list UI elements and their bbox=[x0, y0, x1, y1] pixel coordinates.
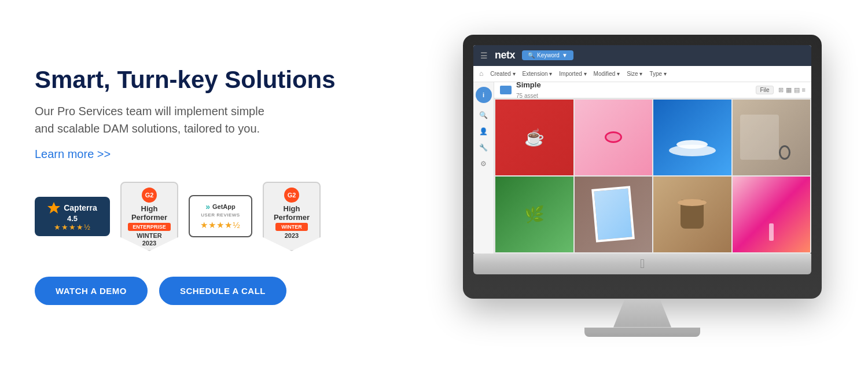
capterra-badge: Capterra 4.5 ★★★★½ bbox=[35, 197, 110, 236]
apple-logo-icon:  bbox=[640, 256, 645, 271]
search-keyword: Keyword bbox=[537, 52, 560, 58]
sidebar-settings-icon[interactable]: ⚙ bbox=[480, 160, 487, 168]
detail-view-icon[interactable]: ▤ bbox=[794, 86, 800, 94]
capterra-rating: 4.5 bbox=[67, 214, 78, 223]
grid-cell-4[interactable] bbox=[733, 100, 811, 175]
imac-base bbox=[584, 328, 700, 337]
folder-name: Simple bbox=[516, 82, 541, 90]
folder-icon bbox=[500, 86, 512, 94]
getapp-badge: » GetApp USER REVIEWS ★★★★½ bbox=[189, 195, 252, 237]
getapp-name: GetApp bbox=[212, 203, 236, 210]
g2-enterprise-label: Enterprise bbox=[128, 223, 171, 231]
folder-info: Simple 75 asset bbox=[516, 82, 541, 101]
netx-toolbar: Simple 75 asset File ⊞ ▦ bbox=[494, 82, 811, 98]
imac-chin:  bbox=[473, 254, 811, 274]
g2-winter-label: WINTER bbox=[275, 223, 308, 231]
search-icon: 🔍 bbox=[528, 52, 535, 58]
left-panel: Smart, Turn-key Solutions Our Pro Servic… bbox=[35, 66, 428, 304]
grid-cell-2[interactable] bbox=[575, 100, 653, 175]
filter-extension[interactable]: Extension ▾ bbox=[523, 71, 553, 77]
capterra-stars: ★★★★½ bbox=[54, 223, 91, 232]
sidebar-person-icon[interactable]: 👤 bbox=[479, 127, 488, 135]
badges-row: Capterra 4.5 ★★★★½ G2 High Performer Ent… bbox=[35, 182, 428, 251]
grid-cell-6[interactable] bbox=[575, 177, 653, 252]
subtext-line2: and scalable DAM solutions, tailored to … bbox=[35, 122, 260, 135]
filter-type[interactable]: Type ▾ bbox=[649, 71, 666, 77]
cta-row: WATCH A DEMO SCHEDULE A CALL bbox=[35, 277, 428, 305]
hamburger-icon[interactable]: ☰ bbox=[480, 51, 488, 60]
menu-view-icon[interactable]: ≡ bbox=[802, 86, 806, 94]
g2-enterprise-shield: G2 High Performer Enterprise WINTER 2023 bbox=[120, 182, 178, 251]
sidebar-search-icon[interactable]: 🔍 bbox=[479, 111, 488, 119]
subtext: Our Pro Services team will implement sim… bbox=[35, 102, 428, 137]
grid-view-icon[interactable]: ⊞ bbox=[778, 86, 784, 94]
filter-imported[interactable]: Imported ▾ bbox=[559, 71, 586, 77]
g2-performer-enterprise: Performer bbox=[131, 213, 167, 222]
netx-ui: ☰ netx 🔍 Keyword ▼ ⌂ Created ▾ bbox=[473, 45, 811, 254]
capterra-icon bbox=[47, 201, 60, 214]
grid-cell-7[interactable] bbox=[653, 177, 731, 252]
g2-enterprise-badge: G2 High Performer Enterprise WINTER 2023 bbox=[120, 182, 178, 251]
g2-highperformer-shield: G2 High Performer WINTER 2023 bbox=[263, 182, 321, 251]
getapp-user-reviews: USER REVIEWS bbox=[201, 212, 240, 218]
filter-size[interactable]: Size ▾ bbox=[627, 71, 642, 77]
search-dropdown-icon: ▼ bbox=[562, 52, 568, 58]
svg-marker-0 bbox=[47, 202, 60, 214]
capterra-name: Capterra bbox=[64, 203, 97, 212]
page-headline: Smart, Turn-key Solutions bbox=[35, 66, 428, 94]
g2-logo-regular: G2 bbox=[284, 188, 299, 203]
grid-cell-1[interactable]: ☕ bbox=[495, 100, 573, 175]
g2-performer-regular: Performer bbox=[274, 213, 310, 222]
imac-screen-outer: ☰ netx 🔍 Keyword ▼ ⌂ Created ▾ bbox=[463, 35, 822, 299]
sidebar-tool-icon[interactable]: 🔧 bbox=[479, 144, 488, 152]
page-wrapper: Smart, Turn-key Solutions Our Pro Servic… bbox=[0, 0, 868, 371]
schedule-call-button[interactable]: SCHEDULE A CALL bbox=[159, 277, 286, 305]
view-icons: ⊞ ▦ ▤ ≡ bbox=[778, 86, 806, 94]
watch-demo-button[interactable]: WATCH A DEMO bbox=[35, 277, 148, 305]
netx-search-bar[interactable]: 🔍 Keyword ▼ bbox=[522, 50, 573, 60]
right-panel: ☰ netx 🔍 Keyword ▼ ⌂ Created ▾ bbox=[451, 35, 833, 337]
list-view-icon[interactable]: ▦ bbox=[786, 86, 792, 94]
g2-winter-enterprise: WINTER 2023 bbox=[137, 232, 161, 247]
g2-highperformer-badge: G2 High Performer WINTER 2023 bbox=[263, 182, 321, 251]
netx-content: i 🔍 👤 🔧 ⚙ bbox=[473, 82, 811, 254]
getapp-logo-row: » GetApp bbox=[205, 202, 236, 211]
grid-cell-5[interactable]: 🌿 bbox=[495, 177, 573, 252]
grid-cell-3[interactable] bbox=[653, 100, 731, 175]
getapp-arrows-icon: » bbox=[205, 202, 210, 211]
imac-screen: ☰ netx 🔍 Keyword ▼ ⌂ Created ▾ bbox=[473, 45, 811, 254]
g2-year-regular: 2023 bbox=[285, 232, 299, 240]
netx-filter-bar: ⌂ Created ▾ Extension ▾ Imported ▾ Modif… bbox=[473, 66, 811, 82]
learn-more-link[interactable]: Learn more >> bbox=[35, 148, 428, 161]
netx-image-grid: ☕ bbox=[494, 98, 811, 254]
sidebar-user-icon[interactable]: i bbox=[476, 87, 492, 103]
netx-main: Simple 75 asset File ⊞ ▦ bbox=[494, 82, 811, 254]
g2-high-regular: High bbox=[284, 205, 300, 213]
capterra-top: Capterra bbox=[47, 201, 97, 214]
filter-modified[interactable]: Modified ▾ bbox=[594, 71, 620, 77]
g2-high-enterprise: High bbox=[141, 205, 158, 213]
coffee-icon: ☕ bbox=[524, 128, 545, 147]
imac-mockup: ☰ netx 🔍 Keyword ▼ ⌂ Created ▾ bbox=[463, 35, 822, 337]
g2-logo-enterprise: G2 bbox=[142, 188, 157, 203]
plant-icon: 🌿 bbox=[524, 205, 545, 224]
grid-cell-8[interactable] bbox=[733, 177, 811, 252]
netx-logo: netx bbox=[495, 49, 515, 61]
netx-topbar: ☰ netx 🔍 Keyword ▼ bbox=[473, 45, 811, 66]
getapp-stars: ★★★★½ bbox=[200, 220, 241, 230]
subtext-line1: Our Pro Services team will implement sim… bbox=[35, 105, 264, 117]
imac-stand bbox=[613, 299, 671, 328]
file-button[interactable]: File bbox=[756, 86, 773, 94]
home-icon[interactable]: ⌂ bbox=[479, 69, 483, 78]
filter-created[interactable]: Created ▾ bbox=[490, 71, 515, 77]
netx-sidebar: i 🔍 👤 🔧 ⚙ bbox=[473, 82, 494, 254]
